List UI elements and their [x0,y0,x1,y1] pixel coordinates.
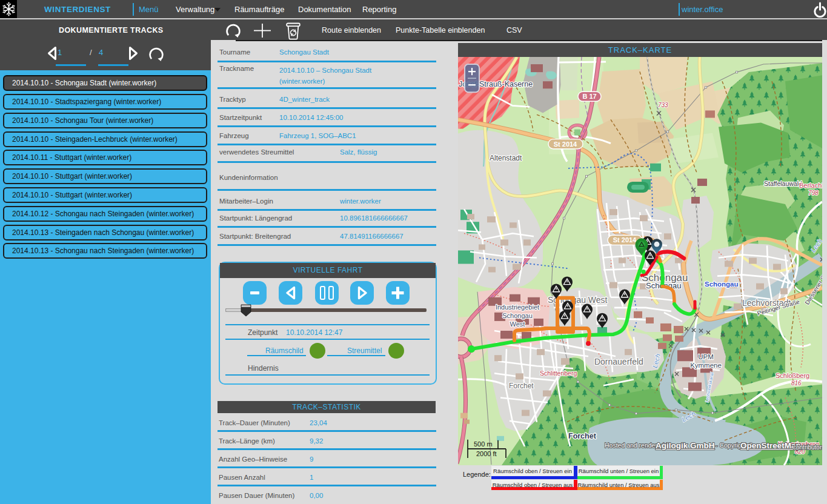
svg-text:Forchet: Forchet [568,432,597,440]
svg-text:Schongau: Schongau [705,280,739,288]
svg-text:West: West [510,320,525,328]
svg-text:733: 733 [658,102,668,108]
svg-text:Berlachber: Berlachber [799,182,822,189]
svg-text:St 2014: St 2014 [554,141,577,148]
svg-text:Schloßberg: Schloßberg [776,372,809,379]
svg-text:UPM: UPM [698,353,714,360]
svg-text:Forchet: Forchet [509,382,534,390]
svg-text:St 2014: St 2014 [613,236,637,244]
svg-text:Altenstadt: Altenstadt [490,154,522,162]
svg-text:500 m: 500 m [474,440,493,448]
svg-text:contributors: contributors [793,444,822,451]
svg-text:Agilogik GmbH: Agilogik GmbH [656,441,714,450]
svg-text:B 17: B 17 [582,93,596,100]
svg-text:Schlittenberg: Schlittenberg [540,370,577,377]
svg-text:Staffelauwald: Staffelauwald [764,180,802,187]
svg-text:Industriegebiet: Industriegebiet [496,303,539,311]
svg-text:2000 ft: 2000 ft [476,450,497,457]
svg-text:798: 798 [808,190,819,196]
svg-text:OpenStreetMap: OpenStreetMap [740,441,801,450]
svg-text:Dornauerfeld: Dornauerfeld [594,357,643,366]
svg-text:Schongau: Schongau [502,312,533,319]
svg-text:Kymmene: Kymmene [690,362,722,369]
svg-text:816: 816 [791,380,802,386]
